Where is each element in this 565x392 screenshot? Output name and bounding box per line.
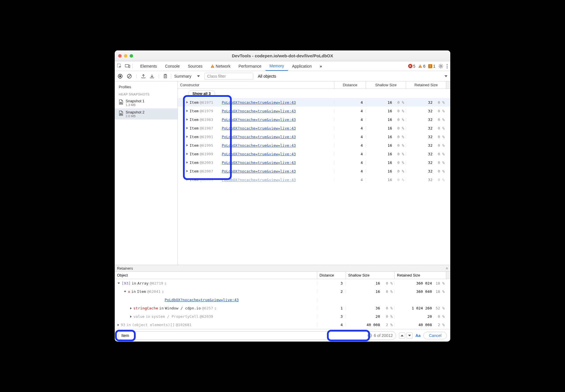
svg-rect-1 — [125, 64, 129, 67]
col-constructor[interactable]: Constructor — [178, 81, 334, 89]
tab-overflow[interactable]: » — [316, 61, 326, 71]
snapshot-item[interactable]: Snapshot 11.3 MB — [115, 97, 178, 108]
error-count[interactable]: ✕5 — [408, 64, 416, 68]
retainer-row[interactable]: 93 in (object elements)[] @102681440 008… — [115, 321, 450, 329]
source-link[interactable]: PoLdbOX?nocache=true&view=live:43 — [222, 117, 296, 122]
source-link[interactable]: PoLdbOX?nocache=true&view=live:43 — [165, 298, 239, 302]
svg-point-7 — [440, 65, 442, 67]
expand-icon[interactable] — [186, 179, 188, 181]
source-link[interactable]: PoLdbOX?nocache=true&view=live:43 — [222, 109, 296, 113]
col-retained[interactable]: Retained Size — [395, 272, 446, 279]
table-row[interactable]: Item @61995PoLdbOX?nocache=true&view=liv… — [178, 141, 450, 150]
collapse-icon[interactable] — [118, 283, 120, 284]
search-prev-button[interactable] — [399, 332, 405, 339]
col-shallow[interactable]: Shallow Size — [366, 81, 406, 89]
close-window-icon[interactable] — [118, 54, 122, 58]
expand-icon[interactable] — [186, 153, 188, 155]
expand-icon[interactable] — [130, 307, 132, 309]
devtools-window: DevTools - codepen.io/web-dot-dev/live/P… — [115, 50, 450, 342]
maximize-window-icon[interactable] — [130, 54, 133, 58]
source-link[interactable]: PoLdbOX?nocache=true&view=live:43 — [222, 160, 296, 165]
retainer-row[interactable]: stringCache in Window / cdpn.io @6257 ▯1… — [115, 304, 450, 312]
svg-point-18 — [447, 67, 447, 68]
source-link[interactable]: PoLdbOX?nocache=true&view=live:43 — [222, 135, 296, 139]
chevron-down-icon[interactable] — [445, 75, 447, 77]
source-link[interactable]: PoLdbOX?nocache=true&view=live:43 — [222, 178, 296, 182]
expand-icon[interactable] — [186, 118, 188, 121]
record-icon[interactable] — [118, 74, 123, 79]
svg-rect-28 — [120, 113, 120, 115]
class-filter-input[interactable]: Class filter — [204, 73, 253, 80]
all-objects-dropdown[interactable]: All objects — [258, 74, 276, 79]
svg-line-22 — [128, 75, 131, 78]
source-link[interactable]: PoLdbOX?nocache=true&view=live:43 — [222, 169, 296, 173]
trash-icon[interactable] — [163, 74, 167, 79]
cancel-button[interactable]: Cancel — [423, 332, 447, 339]
source-link[interactable]: PoLdbOX?nocache=true&view=live:43 — [222, 143, 296, 148]
table-row[interactable]: Item @62003PoLdbOX?nocache=true&view=liv… — [178, 158, 450, 167]
search-next-button[interactable] — [406, 332, 413, 339]
table-row[interactable]: Item @62007PoLdbOX?nocache=true&view=liv… — [178, 167, 450, 175]
tab-network[interactable]: Network — [206, 61, 234, 71]
table-row[interactable]: Item @61971PoLdbOX?nocache=true&view=liv… — [178, 98, 450, 107]
retainer-row[interactable]: x in Item @62041 ▯2160 %360 04018 % — [115, 287, 450, 296]
table-row[interactable]: Item @61979PoLdbOX?nocache=true&view=liv… — [178, 107, 450, 115]
inspect-icon[interactable] — [117, 64, 122, 69]
expand-icon[interactable] — [186, 170, 188, 172]
titlebar: DevTools - codepen.io/web-dot-dev/live/P… — [115, 50, 450, 61]
source-link[interactable]: PoLdbOX?nocache=true&view=live:43 — [222, 126, 296, 130]
tab-sources[interactable]: Sources — [184, 61, 206, 71]
device-toggle-icon[interactable] — [125, 64, 130, 68]
collapse-icon[interactable] — [124, 291, 126, 292]
source-link[interactable]: PoLdbOX?nocache=true&view=live:43 — [222, 100, 296, 105]
col-distance[interactable]: Distance — [334, 81, 366, 89]
source-link[interactable]: PoLdbOX?nocache=true&view=live:43 — [222, 152, 296, 156]
col-distance[interactable]: Distance — [317, 272, 346, 279]
chevron-down-icon — [408, 335, 411, 336]
expand-icon[interactable] — [186, 110, 188, 112]
expand-icon[interactable] — [186, 144, 188, 146]
tab-elements[interactable]: Elements — [136, 61, 161, 71]
retainers-menu-icon[interactable]: ≡ — [446, 266, 448, 271]
expand-icon[interactable] — [130, 315, 132, 318]
minimize-window-icon[interactable] — [124, 54, 127, 58]
table-row[interactable]: Item @61983PoLdbOX?nocache=true&view=liv… — [178, 115, 450, 124]
warning-count[interactable]: 6 — [418, 64, 425, 68]
expand-icon[interactable] — [118, 324, 119, 326]
summary-dropdown[interactable]: Summary — [174, 74, 200, 79]
match-case-toggle[interactable]: Aa — [416, 333, 421, 338]
tab-application[interactable]: Application — [288, 61, 316, 71]
table-row[interactable]: Item @62011PoLdbOX?nocache=true&view=liv… — [178, 175, 450, 184]
expand-icon[interactable] — [186, 101, 188, 103]
search-field[interactable]: ✕ 6 of 20012 — [118, 331, 396, 340]
expand-icon[interactable] — [186, 127, 188, 129]
clear-search-icon[interactable]: ✕ — [367, 333, 372, 338]
table-row[interactable]: Item @61987PoLdbOX?nocache=true&view=liv… — [178, 124, 450, 132]
svg-point-17 — [447, 66, 447, 66]
tab-console[interactable]: Console — [161, 61, 184, 71]
tab-memory[interactable]: Memory — [266, 61, 288, 71]
expand-icon[interactable] — [186, 161, 188, 164]
col-object[interactable]: Object — [115, 272, 317, 279]
retainer-row[interactable]: PoLdbOX?nocache=true&view=live:43 — [115, 296, 450, 304]
expand-icon[interactable] — [186, 136, 188, 138]
table-row[interactable]: Item @61991PoLdbOX?nocache=true&view=liv… — [178, 132, 450, 141]
gear-icon[interactable] — [438, 64, 443, 69]
chevron-up-icon — [401, 335, 404, 336]
svg-line-13 — [442, 67, 443, 68]
import-icon[interactable] — [150, 74, 154, 79]
retainer-row[interactable]: value in system / PropertyCell @62039320… — [115, 312, 450, 321]
retainer-row[interactable]: [93] in Array @82719 ▯3160 %360 02418 % — [115, 279, 450, 287]
export-icon[interactable] — [141, 74, 146, 79]
show-all-button[interactable]: Show all 3 — [188, 91, 215, 97]
col-retained[interactable]: Retained Size — [406, 81, 446, 89]
search-input[interactable] — [121, 333, 367, 338]
col-shallow[interactable]: Shallow Size — [346, 272, 395, 279]
issues-count[interactable]: !1 — [428, 64, 435, 68]
snapshot-item[interactable]: Snapshot 22.0 MB — [115, 108, 178, 119]
tab-performance[interactable]: Performance — [234, 61, 265, 71]
svg-line-14 — [439, 67, 440, 68]
table-row[interactable]: Item @61999PoLdbOX?nocache=true&view=liv… — [178, 150, 450, 158]
clear-icon[interactable] — [127, 74, 132, 79]
kebab-icon[interactable] — [446, 64, 448, 69]
